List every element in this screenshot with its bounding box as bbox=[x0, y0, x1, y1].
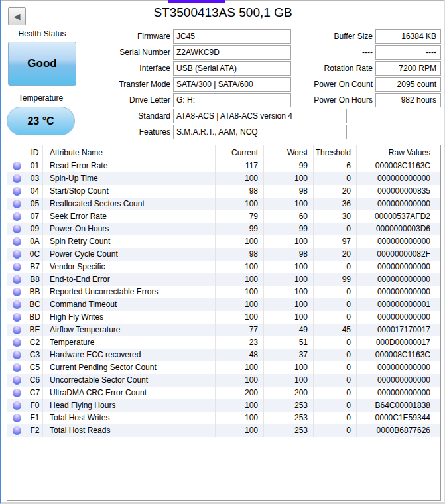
serial-number-value[interactable]: Z2AWKC9D bbox=[173, 45, 291, 60]
interface-value[interactable]: USB (Serial ATA) bbox=[173, 61, 291, 76]
table-row[interactable]: C5 Current Pending Sector Count 100 100 … bbox=[7, 361, 440, 374]
field-serial-number: Serial NumberZ2AWKC9D bbox=[70, 45, 291, 60]
attribute-worst: 100 bbox=[264, 286, 314, 298]
header-worst[interactable]: Worst bbox=[264, 145, 314, 160]
table-row[interactable]: 0C Power Cycle Count 98 98 20 0000000008… bbox=[7, 248, 440, 261]
status-cell bbox=[7, 336, 27, 349]
health-status-dot-icon bbox=[13, 376, 21, 385]
field-transfer-mode: Transfer ModeSATA/300 | SATA/600 bbox=[70, 77, 291, 92]
attribute-threshold: 20 bbox=[314, 185, 357, 198]
firmware-label: Firmware bbox=[70, 29, 170, 44]
table-row[interactable]: BD High Fly Writes 100 100 0 00000000000… bbox=[7, 311, 440, 324]
table-row[interactable]: 09 Power-On Hours 99 99 0 0000000003D6 bbox=[7, 223, 440, 235]
attribute-raw: 00000000082F bbox=[357, 248, 436, 261]
attribute-id: B7 bbox=[27, 261, 43, 273]
table-row[interactable]: F0 Head Flying Hours 100 253 0 B64C00001… bbox=[7, 399, 440, 412]
attribute-threshold: 0 bbox=[314, 172, 357, 185]
table-row[interactable]: 03 Spin-Up Time 100 100 0 000000000000 bbox=[7, 172, 440, 185]
attribute-name: Airflow Temperature bbox=[43, 324, 216, 336]
rotation-rate-label: Rotation Rate bbox=[289, 61, 373, 76]
attribute-threshold: 0 bbox=[314, 424, 357, 437]
table-row[interactable]: B8 End-to-End Error 100 100 99 000000000… bbox=[7, 273, 440, 286]
standard-value[interactable]: ATA8-ACS | ATA8-ACS version 4 bbox=[173, 109, 347, 123]
header-id[interactable]: ID bbox=[27, 145, 43, 160]
attribute-worst: 98 bbox=[264, 248, 314, 261]
attribute-raw: 000008C1163C bbox=[357, 160, 436, 172]
attribute-threshold: 0 bbox=[314, 298, 357, 311]
attribute-name: Seek Error Rate bbox=[43, 210, 216, 223]
attribute-worst: 200 bbox=[264, 387, 314, 399]
attribute-id: 0A bbox=[27, 235, 43, 248]
table-row[interactable]: 01 Read Error Rate 117 99 6 000008C1163C bbox=[7, 160, 440, 172]
attribute-worst: 98 bbox=[264, 185, 314, 198]
attribute-id: BC bbox=[27, 298, 43, 311]
field-buffer-size: Buffer Size16384 KB bbox=[289, 29, 441, 44]
health-status-dot-icon bbox=[13, 401, 21, 410]
health-status-button[interactable]: Good bbox=[8, 42, 76, 86]
field-standard: StandardATA8-ACS | ATA8-ACS version 4 bbox=[70, 109, 347, 123]
header-current[interactable]: Current bbox=[216, 145, 264, 160]
buffer-size-value[interactable]: 16384 KB bbox=[375, 29, 441, 44]
attribute-worst: 100 bbox=[264, 235, 314, 248]
features-value[interactable]: S.M.A.R.T., AAM, NCQ bbox=[173, 125, 347, 139]
attribute-current: 100 bbox=[216, 198, 264, 210]
field-firmware: FirmwareJC45 bbox=[70, 29, 291, 44]
attribute-name: Uncorrectable Sector Count bbox=[43, 374, 216, 387]
attribute-threshold: 0 bbox=[314, 399, 357, 412]
attribute-id: C6 bbox=[27, 374, 43, 387]
attribute-current: 23 bbox=[216, 336, 264, 349]
smart-attribute-panel: ID Attribute Name Current Worst Threshol… bbox=[7, 145, 441, 501]
table-row[interactable]: C7 UltraDMA CRC Error Count 200 200 0 00… bbox=[7, 387, 440, 399]
header-threshold[interactable]: Threshold bbox=[314, 145, 357, 160]
header-attribute-name[interactable]: Attribute Name bbox=[43, 145, 216, 160]
power-on-hours-label: Power On Hours bbox=[289, 93, 373, 107]
table-row[interactable]: B7 Vendor Specific 100 100 0 00000000000… bbox=[7, 261, 440, 273]
status-cell bbox=[7, 298, 27, 311]
firmware-value[interactable]: JC45 bbox=[173, 29, 291, 44]
table-row[interactable]: 07 Seek Error Rate 79 60 30 00000537AFD2 bbox=[7, 210, 440, 223]
attribute-id: C3 bbox=[27, 349, 43, 361]
status-cell bbox=[7, 412, 27, 424]
table-row[interactable]: BB Reported Uncorrectable Errors 100 100… bbox=[7, 286, 440, 298]
table-row[interactable]: 04 Start/Stop Count 98 98 20 00000000083… bbox=[7, 185, 440, 198]
attribute-name: Power Cycle Count bbox=[43, 248, 216, 261]
attribute-id: BE bbox=[27, 324, 43, 336]
field-dashes: -------- bbox=[289, 45, 441, 60]
attribute-id: 0C bbox=[27, 248, 43, 261]
table-row[interactable]: F2 Total Host Reads 100 253 0 0000B68776… bbox=[7, 424, 440, 437]
header-raw-values[interactable]: Raw Values bbox=[357, 145, 436, 160]
features-label: Features bbox=[70, 125, 170, 139]
attribute-worst: 100 bbox=[264, 172, 314, 185]
rotation-rate-value[interactable]: 7200 RPM bbox=[375, 61, 441, 76]
attribute-worst: 100 bbox=[264, 361, 314, 374]
attribute-threshold: 36 bbox=[314, 198, 357, 210]
status-cell bbox=[7, 286, 27, 298]
transfer-mode-value[interactable]: SATA/300 | SATA/600 bbox=[173, 77, 291, 92]
attribute-raw: B64C00001838 bbox=[357, 399, 436, 412]
status-cell bbox=[7, 210, 27, 223]
power-on-count-value[interactable]: 2095 count bbox=[375, 77, 441, 92]
attribute-current: 100 bbox=[216, 261, 264, 273]
temperature-label: Temperature bbox=[7, 94, 75, 103]
status-cell bbox=[7, 349, 27, 361]
table-row[interactable]: BC Command Timeout 100 100 0 00000000000… bbox=[7, 298, 440, 311]
drive-letter-label: Drive Letter bbox=[70, 93, 170, 107]
field-power-on-count: Power On Count2095 count bbox=[289, 77, 441, 92]
drive-letter-value[interactable]: G: H: bbox=[173, 93, 291, 107]
dashes-value[interactable]: ---- bbox=[375, 45, 441, 60]
field-interface: InterfaceUSB (Serial ATA) bbox=[70, 61, 291, 76]
table-row[interactable]: F1 Total Host Writes 100 253 0 0000C1E59… bbox=[7, 412, 440, 424]
attribute-threshold: 45 bbox=[314, 324, 357, 336]
temperature-button[interactable]: 23 °C bbox=[7, 107, 75, 135]
health-status-dot-icon bbox=[13, 237, 21, 246]
table-row[interactable]: 0A Spin Retry Count 100 100 97 000000000… bbox=[7, 235, 440, 248]
power-on-hours-value[interactable]: 982 hours bbox=[375, 93, 441, 107]
attribute-id: BB bbox=[27, 286, 43, 298]
table-row[interactable]: C3 Hardware ECC recovered 48 37 0 000008… bbox=[7, 349, 440, 361]
table-row[interactable]: C2 Temperature 23 51 0 000D00000017 bbox=[7, 336, 440, 349]
attribute-name: Vendor Specific bbox=[43, 261, 216, 273]
attribute-name: Command Timeout bbox=[43, 298, 216, 311]
table-row[interactable]: BE Airflow Temperature 77 49 45 00001717… bbox=[7, 324, 440, 336]
table-row[interactable]: C6 Uncorrectable Sector Count 100 100 0 … bbox=[7, 374, 440, 387]
table-row[interactable]: 05 Reallocated Sectors Count 100 100 36 … bbox=[7, 198, 440, 210]
